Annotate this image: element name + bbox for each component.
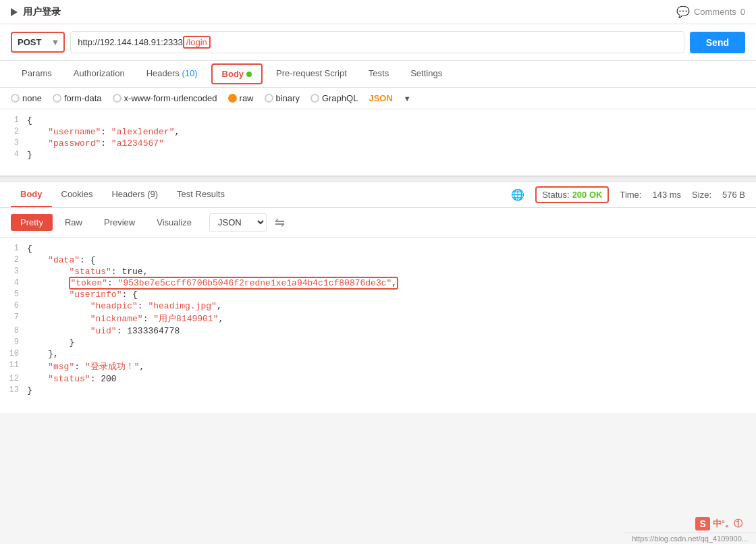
option-form-data-label: form-data bbox=[64, 93, 102, 103]
req-content-3: "password": "a1234567" bbox=[27, 138, 164, 148]
status-label: Status: bbox=[542, 190, 569, 200]
req-content-4: } bbox=[27, 150, 32, 160]
size-value: 576 B bbox=[722, 190, 745, 200]
resp-line-11: 11 "msg": "登录成功！", bbox=[0, 360, 756, 373]
tab-settings[interactable]: Settings bbox=[400, 61, 453, 86]
json-format-arrow[interactable]: ▼ bbox=[404, 94, 411, 103]
option-none-label: none bbox=[22, 93, 42, 103]
option-form-data[interactable]: form-data bbox=[53, 93, 102, 103]
req-lineno-2: 2 bbox=[0, 127, 27, 136]
token-highlight: "token": "953be7e5ccff6706b5046f2redne1x… bbox=[69, 277, 398, 290]
option-graphql[interactable]: GraphQL bbox=[310, 93, 358, 103]
response-tab-test-results[interactable]: Test Results bbox=[167, 182, 234, 207]
radio-binary[interactable] bbox=[265, 94, 273, 103]
status-value: 200 OK bbox=[572, 190, 603, 200]
expand-icon[interactable] bbox=[11, 8, 18, 16]
req-content-1: { bbox=[27, 115, 32, 126]
resp-line-13: 13 } bbox=[0, 385, 756, 396]
option-none[interactable]: none bbox=[11, 93, 42, 103]
resp-line-4: 4 "token": "953be7e5ccff6706b5046f2redne… bbox=[0, 277, 756, 289]
response-tab-headers[interactable]: Headers (9) bbox=[102, 182, 167, 207]
comment-icon: 💬 bbox=[676, 5, 690, 18]
req-content-2: "username": "alexlender", bbox=[27, 127, 180, 137]
option-x-www[interactable]: x-www-form-urlencoded bbox=[113, 93, 217, 103]
response-tabs-row: Body Cookies Headers (9) Test Results 🌐 … bbox=[0, 182, 756, 208]
viewer-tab-raw[interactable]: Raw bbox=[55, 214, 92, 231]
comments-label: Comments bbox=[694, 7, 736, 17]
top-bar: 用户登录 💬 Comments 0 bbox=[0, 0, 756, 24]
option-raw-label: raw bbox=[240, 93, 254, 103]
resp-line-12: 12 "status": 200 bbox=[0, 373, 756, 385]
request-tabs-row: Params Authorization Headers (10) Body P… bbox=[0, 61, 756, 88]
resp-line-7: 7 "nickname": "用户8149901", bbox=[0, 312, 756, 325]
resp-line-10: 10 }, bbox=[0, 348, 756, 360]
viewer-tab-pretty[interactable]: Pretty bbox=[11, 214, 53, 231]
req-lineno-1: 1 bbox=[0, 115, 27, 125]
format-select[interactable]: JSON bbox=[209, 213, 267, 232]
option-x-www-label: x-www-form-urlencoded bbox=[124, 93, 217, 103]
section-separator bbox=[0, 177, 756, 182]
req-line-1: 1 { bbox=[0, 115, 756, 126]
response-tab-body[interactable]: Body bbox=[11, 182, 52, 207]
time-value: 143 ms bbox=[652, 190, 681, 200]
resp-line-6: 6 "headpic": "headimg.jpg", bbox=[0, 300, 756, 312]
option-binary-label: binary bbox=[276, 93, 300, 103]
url-suffix: /login bbox=[183, 36, 211, 49]
option-binary[interactable]: binary bbox=[265, 93, 300, 103]
tab-tests[interactable]: Tests bbox=[358, 61, 400, 86]
body-options: none form-data x-www-form-urlencoded raw… bbox=[0, 88, 756, 109]
response-body-code: 1 { 2 "data": { 3 "status": true, 4 "tok… bbox=[0, 238, 756, 413]
method-label: POST bbox=[12, 33, 47, 51]
status-box: Status: 200 OK bbox=[535, 186, 609, 203]
req-line-2: 2 "username": "alexlender", bbox=[0, 126, 756, 138]
wrap-icon[interactable]: ⇋ bbox=[275, 215, 285, 230]
radio-form-data[interactable] bbox=[53, 94, 61, 103]
tab-params[interactable]: Params bbox=[11, 61, 63, 86]
comments-count: 0 bbox=[740, 7, 745, 17]
tab-pre-request[interactable]: Pre-request Script bbox=[265, 61, 358, 86]
resp-line-2: 2 "data": { bbox=[0, 254, 756, 266]
viewer-tab-visualize[interactable]: Visualize bbox=[147, 214, 201, 231]
option-raw[interactable]: raw bbox=[228, 93, 254, 103]
radio-none[interactable] bbox=[11, 94, 20, 103]
method-dropdown-arrow[interactable]: ▼ bbox=[47, 33, 63, 51]
req-lineno-4: 4 bbox=[0, 150, 27, 159]
resp-line-3: 3 "status": true, bbox=[0, 266, 756, 277]
tab-headers[interactable]: Headers (10) bbox=[136, 61, 209, 86]
tab-authorization[interactable]: Authorization bbox=[63, 61, 136, 86]
send-button[interactable]: Send bbox=[690, 32, 745, 53]
req-line-4: 4 } bbox=[0, 149, 756, 161]
option-graphql-label: GraphQL bbox=[322, 93, 358, 103]
url-bar: POST ▼ http://192.144.148.91:2333/login … bbox=[0, 24, 756, 61]
radio-x-www[interactable] bbox=[113, 94, 122, 103]
json-format-label: JSON bbox=[369, 93, 392, 103]
size-label: Size: bbox=[692, 190, 711, 200]
globe-icon: 🌐 bbox=[511, 188, 524, 201]
collection-name: 用户登录 bbox=[11, 6, 61, 18]
req-line-3: 3 "password": "a1234567" bbox=[0, 138, 756, 149]
req-lineno-3: 3 bbox=[0, 138, 27, 148]
method-wrapper[interactable]: POST ▼ bbox=[11, 32, 65, 53]
resp-line-1: 1 { bbox=[0, 243, 756, 254]
resp-line-5: 5 "userinfo": { bbox=[0, 289, 756, 300]
radio-raw[interactable] bbox=[228, 94, 237, 103]
response-meta: 🌐 Status: 200 OK Time: 143 ms Size: 576 … bbox=[511, 186, 745, 203]
body-dot bbox=[246, 72, 252, 77]
url-input-wrapper[interactable]: http://192.144.148.91:2333/login bbox=[70, 31, 684, 53]
headers-badge: (10) bbox=[182, 68, 197, 78]
tab-body[interactable]: Body bbox=[211, 63, 263, 84]
viewer-tab-preview[interactable]: Preview bbox=[94, 214, 144, 231]
resp-line-9: 9 } bbox=[0, 337, 756, 348]
radio-graphql[interactable] bbox=[310, 94, 319, 103]
url-prefix: http://192.144.148.91:2333 bbox=[78, 37, 182, 47]
viewer-tabs: Pretty Raw Preview Visualize JSON ⇋ bbox=[0, 208, 756, 238]
resp-line-8: 8 "uid": 1333364778 bbox=[0, 325, 756, 337]
time-label: Time: bbox=[620, 190, 641, 200]
comments-area: 💬 Comments 0 bbox=[676, 5, 745, 18]
response-tab-cookies[interactable]: Cookies bbox=[52, 182, 103, 207]
collection-title: 用户登录 bbox=[23, 6, 61, 18]
url-display: http://192.144.148.91:2333/login bbox=[71, 32, 683, 53]
request-body-editor[interactable]: 1 { 2 "username": "alexlender", 3 "passw… bbox=[0, 109, 756, 177]
